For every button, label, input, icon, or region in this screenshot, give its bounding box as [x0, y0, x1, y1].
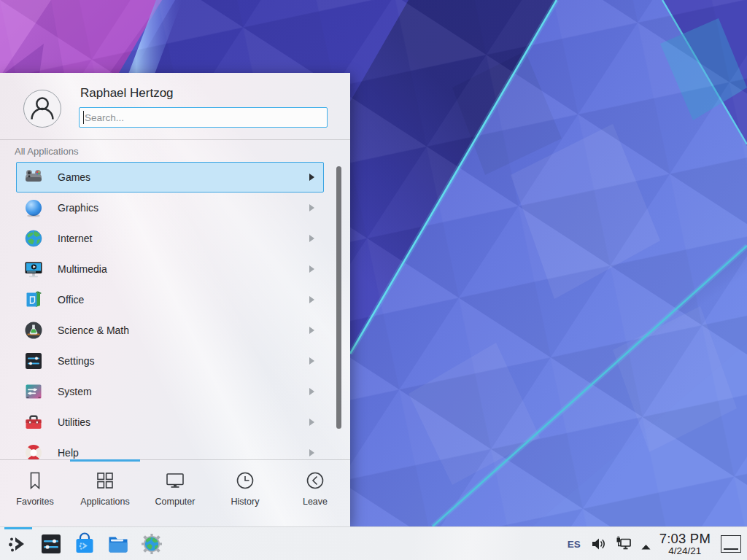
leave-icon: [304, 470, 326, 491]
tab-computer[interactable]: Computer: [140, 464, 210, 525]
submenu-arrow-icon: [309, 296, 314, 303]
category-games[interactable]: Games: [16, 162, 324, 192]
system-tray: ES 7:03 PM 4/24/21: [568, 527, 747, 560]
gamepad-icon: [24, 168, 43, 187]
category-graphics[interactable]: Graphics: [16, 192, 324, 223]
system-settings-icon[interactable]: [39, 532, 63, 556]
header-separator: [0, 139, 350, 140]
search-input[interactable]: [79, 107, 328, 128]
clock-icon: [234, 470, 256, 491]
submenu-arrow-icon: [309, 174, 314, 181]
category-list: Games Graphics: [0, 162, 350, 459]
sphere-icon: [24, 198, 43, 217]
category-label: Help: [58, 447, 79, 459]
tab-label: Applications: [70, 497, 140, 507]
category-multimedia[interactable]: Multimedia: [16, 254, 324, 284]
launcher-tabbar: Favorites Applications Computer: [0, 459, 350, 526]
submenu-arrow-icon: [309, 204, 314, 211]
category-label: Graphics: [58, 202, 98, 214]
file-manager-icon[interactable]: [107, 532, 130, 556]
category-label: Office: [58, 294, 84, 306]
bookmark-icon: [24, 470, 46, 491]
list-scrollbar[interactable]: [336, 166, 341, 429]
submenu-arrow-icon: [309, 357, 314, 365]
text-cursor: [83, 111, 84, 124]
tab-leave[interactable]: Leave: [280, 464, 350, 525]
toolbox-icon: [24, 413, 43, 432]
submenu-arrow-icon: [309, 265, 314, 273]
volume-icon[interactable]: [591, 536, 607, 552]
user-avatar[interactable]: [23, 90, 61, 128]
keyboard-layout-indicator[interactable]: ES: [568, 539, 581, 550]
documents-icon: [24, 290, 43, 309]
expand-tray-caret-icon[interactable]: [640, 540, 651, 548]
category-label: Settings: [58, 355, 95, 367]
submenu-arrow-icon: [309, 449, 314, 456]
category-settings[interactable]: Settings: [16, 346, 324, 376]
web-browser-icon[interactable]: [140, 532, 163, 556]
launcher-header: Raphael Hertzog: [0, 73, 350, 139]
category-system[interactable]: System: [16, 376, 324, 407]
category-label: Multimedia: [58, 263, 107, 275]
sliders-icon: [24, 351, 43, 370]
category-internet[interactable]: Internet: [16, 223, 324, 254]
discover-store-icon[interactable]: [73, 532, 96, 556]
show-desktop-button[interactable]: [721, 535, 741, 553]
category-science-math[interactable]: Science & Math: [16, 315, 324, 346]
clock-date: 4/24/21: [659, 546, 711, 556]
section-label: All Applications: [15, 146, 78, 157]
flask-icon: [24, 321, 43, 340]
network-icon[interactable]: [616, 536, 632, 552]
category-label: Utilities: [58, 416, 90, 428]
globe-icon: [24, 229, 43, 248]
submenu-arrow-icon: [309, 327, 314, 334]
tab-label: Leave: [280, 497, 350, 507]
category-label: System: [58, 386, 92, 397]
tab-favorites[interactable]: Favorites: [0, 464, 70, 525]
clock-time: 7:03 PM: [659, 532, 711, 545]
user-name: Raphael Hertzog: [80, 86, 174, 101]
category-label: Internet: [58, 233, 92, 244]
tab-label: Favorites: [0, 497, 70, 507]
tab-history[interactable]: History: [210, 464, 280, 525]
tab-applications[interactable]: Applications: [70, 464, 140, 525]
monitor-icon: [164, 470, 186, 491]
category-label: Games: [58, 171, 90, 183]
taskbar-panel: ES 7:03 PM 4/24/21: [0, 526, 747, 560]
submenu-arrow-icon: [309, 388, 314, 395]
lifebuoy-icon: [24, 443, 43, 459]
category-label: Science & Math: [58, 324, 129, 336]
launcher-open-indicator: [4, 527, 32, 529]
kickoff-menu-icon[interactable]: [7, 532, 30, 556]
application-launcher-menu: Raphael Hertzog All Applications Games: [0, 73, 350, 526]
submenu-arrow-icon: [309, 419, 314, 426]
grid-icon: [94, 470, 116, 491]
active-tab-indicator: [70, 459, 140, 462]
tab-label: History: [210, 497, 280, 507]
category-utilities[interactable]: Utilities: [16, 407, 324, 438]
category-help[interactable]: Help: [16, 438, 324, 459]
category-office[interactable]: Office: [16, 284, 324, 315]
system-icon: [24, 382, 43, 401]
tab-label: Computer: [140, 497, 210, 507]
media-screen-icon: [24, 260, 43, 279]
digital-clock[interactable]: 7:03 PM 4/24/21: [659, 532, 711, 556]
submenu-arrow-icon: [309, 235, 314, 242]
tabbar-separator: [0, 459, 350, 460]
